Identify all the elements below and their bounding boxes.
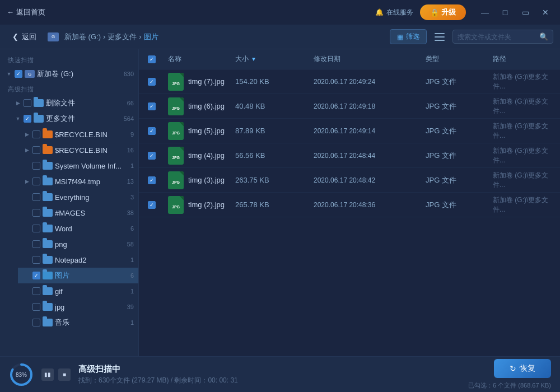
row-check-1[interactable] [148, 102, 156, 110]
restore-button[interactable]: □ [497, 4, 513, 20]
sidebar-label-notepad2: Notepad2 [55, 256, 86, 264]
row-checkbox-5[interactable] [143, 201, 164, 209]
sidebar-checkbox-msi7f494[interactable] [32, 178, 40, 185]
sidebar-checkbox-mages[interactable] [32, 209, 40, 217]
table-row[interactable]: JPG timg (6).jpg 40.48 KB 2020.06.17 20:… [139, 94, 560, 119]
close-button[interactable]: ✕ [538, 4, 553, 20]
sidebar-checkbox-word[interactable] [32, 225, 40, 232]
expand-chevron-icon: ▶ [24, 147, 30, 153]
sidebar-item-jpg[interactable]: ▶ jpg 39 [18, 299, 138, 315]
sidebar-checkbox-recycle-bin-1[interactable] [32, 130, 40, 138]
titlebar-back-button[interactable]: ← 返回首页 [7, 7, 45, 17]
sidebar-count-msi7f494: 13 [127, 178, 134, 185]
filter-button[interactable]: ▦ 筛选 [390, 29, 427, 44]
sidebar-item-pictures[interactable]: ▶ 图片 6 [18, 268, 138, 283]
sidebar-item-more-files[interactable]: ▼ 更多文件 564 [9, 111, 138, 127]
sidebar-item-mages[interactable]: ▶ #MAGES 38 [18, 205, 138, 221]
row-check-0[interactable] [148, 78, 156, 86]
maximize-button[interactable]: ▭ [517, 4, 533, 20]
sidebar-item-notepad2[interactable]: ▶ Notepad2 1 [18, 252, 138, 268]
row-check-5[interactable] [148, 201, 156, 209]
row-size-0: 154.20 KB [231, 77, 309, 86]
row-date-1: 2020.06.17 20:49:18 [309, 102, 421, 110]
sidebar-item-music[interactable]: ▶ 音乐 1 [18, 315, 138, 330]
back-button[interactable]: ❮ 返回 [7, 30, 42, 44]
row-filename-0: timg (7).jpg [188, 77, 225, 86]
sidebar-checkbox-recycle-bin-2[interactable] [32, 146, 40, 154]
upgrade-button[interactable]: 🔒 升级 [420, 4, 466, 20]
search-input[interactable] [458, 33, 536, 41]
sidebar-checkbox-notepad2[interactable] [32, 256, 40, 264]
sidebar-checkbox-new-volume[interactable] [15, 70, 22, 78]
col-date-label: 修改日期 [314, 54, 340, 64]
sidebar-item-system-volume[interactable]: ▶ System Volume Inf... 1 [18, 158, 138, 174]
sidebar-item-everything[interactable]: ▶ Everything 3 [18, 189, 138, 205]
breadcrumb-current[interactable]: 图片 [144, 32, 158, 42]
sidebar-item-png[interactable]: ▶ png 58 [18, 236, 138, 252]
sidebar-count-everything: 3 [130, 194, 134, 200]
row-filename-3: timg (4).jpg [188, 151, 225, 160]
sidebar-checkbox-png[interactable] [32, 240, 40, 248]
sidebar-label-png: png [55, 240, 67, 249]
col-path-label: 路径 [493, 54, 506, 64]
sidebar-checkbox-more-files[interactable] [24, 115, 31, 123]
col-header-size[interactable]: 大小 ▼ [231, 54, 309, 64]
sidebar-item-recycle-bin-1[interactable]: ▶ $RECYCLE.BIN 9 [18, 127, 138, 142]
breadcrumb-folder[interactable]: 更多文件 [108, 32, 137, 42]
row-checkbox-2[interactable] [143, 127, 164, 135]
table-row[interactable]: JPG timg (3).jpg 263.75 KB 2020.06.17 20… [139, 168, 560, 193]
window-controls: — □ ▭ ✕ [477, 4, 553, 20]
bell-icon: 🔔 [375, 8, 384, 16]
row-checkbox-0[interactable] [143, 78, 164, 86]
sidebar-checkbox-deleted-files[interactable] [24, 99, 31, 107]
sidebar-checkbox-gif[interactable] [32, 287, 40, 295]
sidebar-item-deleted-files[interactable]: ▶ 删除文件 66 [9, 95, 138, 111]
service-button[interactable]: 🔔 在线服务 [375, 8, 413, 17]
sidebar-item-new-volume[interactable]: ▼ G 新加卷 (G:) 630 [0, 66, 138, 82]
col-header-date[interactable]: 修改日期 [309, 54, 421, 64]
restore-button[interactable]: ↻ 恢复 [494, 359, 551, 378]
sidebar-label-recycle-bin-2: $RECYCLE.BIN [55, 146, 108, 155]
sidebar-checkbox-music[interactable] [32, 319, 40, 326]
row-check-2[interactable] [148, 127, 156, 135]
titlebar: ← 返回首页 🔔 在线服务 🔒 升级 — □ ▭ ✕ [0, 0, 560, 25]
sidebar-checkbox-everything[interactable] [32, 193, 40, 201]
upgrade-label: 升级 [441, 7, 456, 17]
table-row[interactable]: JPG timg (5).jpg 87.89 KB 2020.06.17 20:… [139, 119, 560, 143]
sidebar-label-mages: #MAGES [55, 209, 85, 217]
stop-button[interactable]: ■ [58, 368, 71, 381]
sidebar-checkbox-system-volume[interactable] [32, 162, 40, 170]
pause-button[interactable]: ▮▮ [41, 368, 54, 381]
upgrade-icon: 🔒 [430, 8, 439, 17]
sidebar-checkbox-jpg[interactable] [32, 303, 40, 311]
row-checkbox-3[interactable] [143, 152, 164, 160]
minimize-button[interactable]: — [477, 4, 493, 20]
row-checkbox-1[interactable] [143, 102, 164, 110]
row-filename-5: timg (2).jpg [188, 200, 225, 209]
expand-chevron-icon: ▼ [6, 71, 12, 77]
row-date-3: 2020.06.17 20:48:44 [309, 152, 421, 160]
sidebar-item-msi7f494[interactable]: ▶ MSI7f494.tmp 13 [18, 174, 138, 189]
col-header-name[interactable]: 名称 [164, 54, 231, 64]
col-header-type[interactable]: 类型 [421, 54, 488, 64]
row-checkbox-4[interactable] [143, 176, 164, 184]
table-row[interactable]: JPG timg (7).jpg 154.20 KB 2020.06.17 20… [139, 69, 560, 94]
row-check-4[interactable] [148, 176, 156, 184]
sidebar-item-gif[interactable]: ▶ gif 1 [18, 283, 138, 299]
filter-icon: ▦ [397, 33, 403, 41]
sidebar-checkbox-pictures[interactable] [32, 272, 40, 279]
sidebar-item-word[interactable]: ▶ Word 6 [18, 221, 138, 236]
sidebar-label-deleted-files: 删除文件 [46, 98, 75, 108]
select-all-checkbox[interactable] [148, 55, 156, 63]
col-header-path[interactable]: 路径 [488, 54, 556, 64]
sidebar-item-recycle-bin-2[interactable]: ▶ $RECYCLE.BIN 16 [18, 142, 138, 158]
table-row[interactable]: JPG timg (2).jpg 265.78 KB 2020.06.17 20… [139, 193, 560, 217]
table-row[interactable]: JPG timg (4).jpg 56.56 KB 2020.06.17 20:… [139, 143, 560, 168]
row-check-3[interactable] [148, 152, 156, 160]
folder-icon [43, 162, 53, 170]
col-header-checkbox[interactable] [143, 55, 164, 63]
sidebar-count-deleted-files: 66 [127, 100, 134, 106]
breadcrumb-drive[interactable]: 新加卷 (G:) [64, 32, 101, 42]
back-label: 返回 [22, 32, 36, 42]
list-view-button[interactable] [431, 29, 448, 45]
